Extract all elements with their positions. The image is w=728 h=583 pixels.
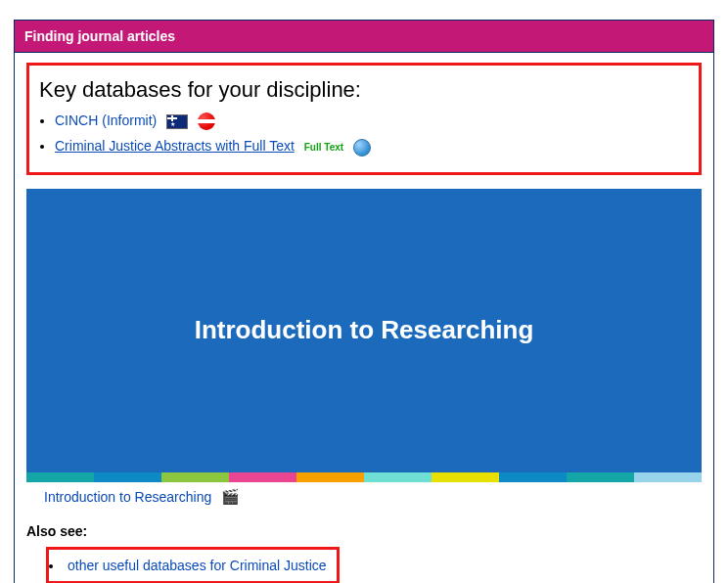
- database-item: CINCH (Informit): [55, 112, 691, 130]
- panel-header: Finding journal articles: [15, 21, 713, 53]
- also-see-item: other useful databases for Criminal Just…: [49, 558, 327, 573]
- panel: Finding journal articles Key databases f…: [14, 20, 714, 583]
- also-see-highlight: other useful databases for Criminal Just…: [46, 547, 340, 583]
- other-databases-link[interactable]: other useful databases for Criminal Just…: [68, 558, 327, 573]
- database-item: Criminal Justice Abstracts with Full Tex…: [55, 138, 691, 156]
- video-overlay-title: Introduction to Researching: [195, 315, 534, 345]
- key-databases-heading: Key databases for your discipline:: [39, 77, 691, 103]
- video-link-row: Introduction to Researching 🎬: [44, 488, 702, 506]
- red-circle-icon: [198, 112, 215, 130]
- video-banner: Introduction to Researching: [26, 189, 702, 472]
- intro-to-researching-link[interactable]: Introduction to Researching: [44, 489, 211, 505]
- panel-body: Key databases for your discipline: CINCH…: [15, 53, 713, 583]
- also-see-heading: Also see:: [26, 523, 702, 539]
- criminal-justice-abstracts-link[interactable]: Criminal Justice Abstracts with Full Tex…: [55, 138, 295, 154]
- also-see-list: other useful databases for Criminal Just…: [71, 547, 702, 583]
- clapperboard-icon: 🎬: [221, 488, 240, 505]
- video-embed[interactable]: Introduction to Researching: [26, 189, 702, 482]
- key-databases-highlight: Key databases for your discipline: CINCH…: [26, 63, 702, 175]
- globe-icon: [353, 139, 371, 157]
- database-list: CINCH (Informit) Criminal Justice Abstra…: [55, 112, 691, 157]
- video-color-bar: [26, 472, 702, 482]
- australia-flag-icon: [166, 114, 188, 129]
- cinch-link[interactable]: CINCH (Informit): [55, 112, 157, 128]
- full-text-badge: Full Text: [304, 143, 343, 152]
